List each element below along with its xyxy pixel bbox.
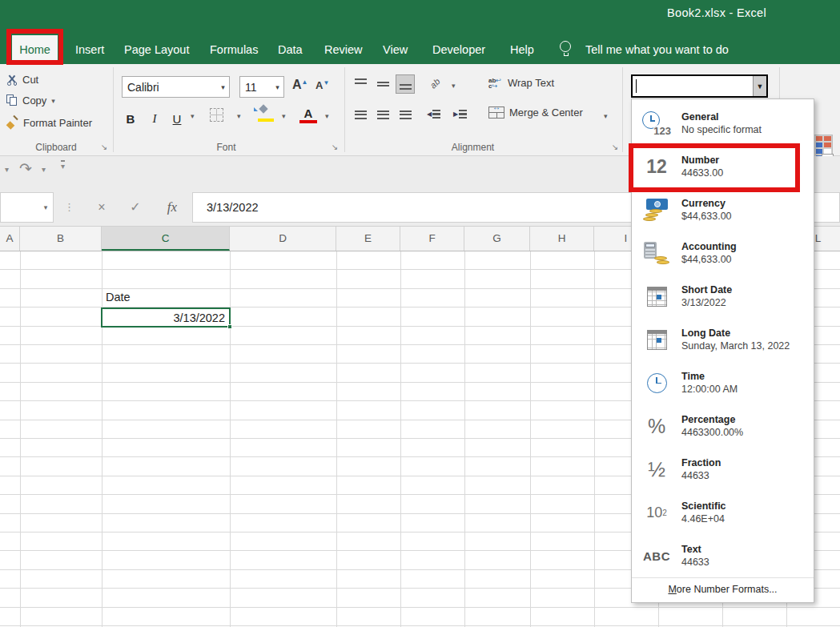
tab-page-layout[interactable]: Page Layout <box>121 35 192 64</box>
fill-color-chevron-icon[interactable]: ▾ <box>282 112 286 120</box>
more-number-formats-link[interactable]: More Number Formats... <box>632 577 814 601</box>
orientation-icon[interactable]: ab <box>428 76 442 90</box>
tab-help[interactable]: Help <box>507 35 537 64</box>
middle-align-button[interactable] <box>373 74 392 94</box>
tab-insert[interactable]: Insert <box>72 35 107 64</box>
excel-window: Book2.xlsx - Excel Home Insert Page Layo… <box>0 0 840 627</box>
decrease-indent-button[interactable]: ◀ <box>427 110 440 119</box>
merge-cells-icon: ↔ <box>488 107 504 119</box>
redo-icon[interactable]: ↷ <box>19 159 32 178</box>
number-format-dropdown-button[interactable]: ▼ <box>753 76 766 96</box>
lightbulb-icon <box>560 41 573 58</box>
menu-item-accounting[interactable]: Accounting$44,633.00 <box>632 231 814 275</box>
align-center-button[interactable] <box>373 105 392 124</box>
twelve-icon: 12 <box>632 156 681 178</box>
merge-center-chevron-icon[interactable]: ▾ <box>604 112 608 120</box>
column-header-a[interactable]: A <box>0 227 20 251</box>
alignment-dialog-launcher-icon[interactable]: ↘ <box>610 143 620 152</box>
copy-icon <box>6 94 18 107</box>
menu-item-general[interactable]: 123 GeneralNo specific format <box>632 102 814 145</box>
calendar-icon <box>632 330 681 350</box>
tab-data[interactable]: Data <box>275 35 306 64</box>
tab-formulas[interactable]: Formulas <box>207 35 261 64</box>
font-dialog-launcher-icon[interactable]: ↘ <box>330 143 340 152</box>
name-box[interactable]: ▾ <box>0 192 54 223</box>
align-right-button[interactable] <box>396 105 415 124</box>
wrap-text-icon: ab↩c↪ <box>488 78 503 89</box>
column-header-d[interactable]: D <box>230 227 336 251</box>
menu-item-scientific[interactable]: 102 Scientific4.46E+04 <box>632 491 814 534</box>
text-cursor <box>636 79 637 93</box>
column-header-g[interactable]: G <box>464 227 530 251</box>
column-header-e[interactable]: E <box>336 227 400 251</box>
menu-item-long-date[interactable]: Long DateSunday, March 13, 2022 <box>632 318 814 361</box>
ten-squared-icon: 102 <box>632 504 681 521</box>
scissors-icon <box>6 74 18 86</box>
chevron-down-icon[interactable]: ▾ <box>38 203 53 211</box>
clock-icon <box>632 373 681 393</box>
orientation-chevron-icon[interactable]: ▾ <box>452 82 456 90</box>
column-header-h[interactable]: H <box>530 227 594 251</box>
borders-options-chevron-icon[interactable]: ▾ <box>237 112 241 120</box>
menu-item-fraction[interactable]: ½ Fraction44633 <box>632 448 814 491</box>
insert-function-button[interactable]: fx <box>157 192 187 223</box>
top-align-button[interactable] <box>351 74 370 94</box>
tab-review[interactable]: Review <box>321 35 366 64</box>
column-header-b[interactable]: B <box>20 227 102 251</box>
formula-bar-grip-icon[interactable]: ⋮ <box>64 192 74 223</box>
fill-handle[interactable] <box>227 324 232 329</box>
number-format-combobox[interactable]: ▼ <box>631 74 768 98</box>
wrap-text-button[interactable]: ab↩c↪ Wrap Text <box>488 77 554 89</box>
fill-color-button[interactable] <box>258 106 274 122</box>
borders-icon[interactable] <box>210 108 223 122</box>
tab-home[interactable]: Home <box>12 35 58 64</box>
alignment-group-label: Alignment <box>407 142 539 153</box>
banknote-coins-icon <box>632 199 681 221</box>
chevron-down-icon[interactable]: ▾ <box>271 83 283 91</box>
menu-item-text[interactable]: ABC Text44633 <box>632 534 814 577</box>
font-name-combo[interactable]: Calibri ▾ <box>122 76 230 98</box>
chevron-down-icon[interactable]: ▾ <box>5 165 9 174</box>
tab-developer[interactable]: Developer <box>429 35 488 64</box>
decrease-font-size-button[interactable]: A▼ <box>316 79 329 91</box>
enter-button[interactable]: ✓ <box>120 192 151 223</box>
format-painter-button[interactable]: Format Painter <box>6 117 92 129</box>
bottom-align-button[interactable] <box>396 74 415 94</box>
menu-item-number[interactable]: 12 Number44633.00 <box>632 145 814 188</box>
column-header-f[interactable]: F <box>400 227 464 251</box>
underline-options-chevron-icon[interactable]: ▾ <box>191 112 195 120</box>
menu-item-time[interactable]: Time12:00:00 AM <box>632 361 814 404</box>
cell-c3-date-label[interactable]: Date <box>106 291 131 303</box>
underline-button[interactable]: U <box>168 107 186 126</box>
customize-toolbar-icon[interactable]: ▾ <box>61 160 65 171</box>
selected-cell-c4[interactable]: 3/13/2022 <box>101 307 231 328</box>
abc-icon: ABC <box>632 549 681 563</box>
bold-button[interactable]: B <box>122 107 139 126</box>
brush-icon <box>6 117 18 129</box>
tell-me-box[interactable]: Tell me what you want to do <box>585 35 729 64</box>
font-color-button[interactable]: A <box>299 104 317 123</box>
menu-item-short-date[interactable]: Short Date3/13/2022 <box>632 275 814 318</box>
font-size-combo[interactable]: 11 ▾ <box>239 76 284 98</box>
align-left-button[interactable] <box>351 105 370 124</box>
italic-button[interactable]: I <box>146 107 163 126</box>
clipboard-group-label: Clipboard <box>0 142 112 153</box>
menu-item-currency[interactable]: Currency$44,633.00 <box>632 188 814 231</box>
number-format-menu: 123 GeneralNo specific format 12 Number4… <box>631 98 814 603</box>
calculator-coins-icon <box>632 242 681 264</box>
menu-item-percentage[interactable]: % Percentage4463300.00% <box>632 404 814 448</box>
chevron-down-icon[interactable]: ▾ <box>217 83 229 91</box>
merge-center-button[interactable]: ↔ Merge & Center <box>488 107 583 119</box>
cancel-button[interactable]: × <box>86 192 117 223</box>
percent-icon: % <box>632 415 681 438</box>
increase-font-size-button[interactable]: A▲ <box>292 78 307 92</box>
tab-view[interactable]: View <box>380 35 411 64</box>
clipboard-dialog-launcher-icon[interactable]: ↘ <box>99 143 109 152</box>
font-color-chevron-icon[interactable]: ▾ <box>325 112 329 120</box>
copy-button[interactable]: Copy▾ <box>6 94 55 107</box>
column-header-c[interactable]: C <box>102 227 230 251</box>
chevron-down-icon[interactable]: ▾ <box>42 165 46 174</box>
cut-button[interactable]: Cut <box>6 74 38 86</box>
increase-indent-button[interactable]: ▶ <box>453 110 467 119</box>
clock-123-icon: 123 <box>632 111 681 135</box>
